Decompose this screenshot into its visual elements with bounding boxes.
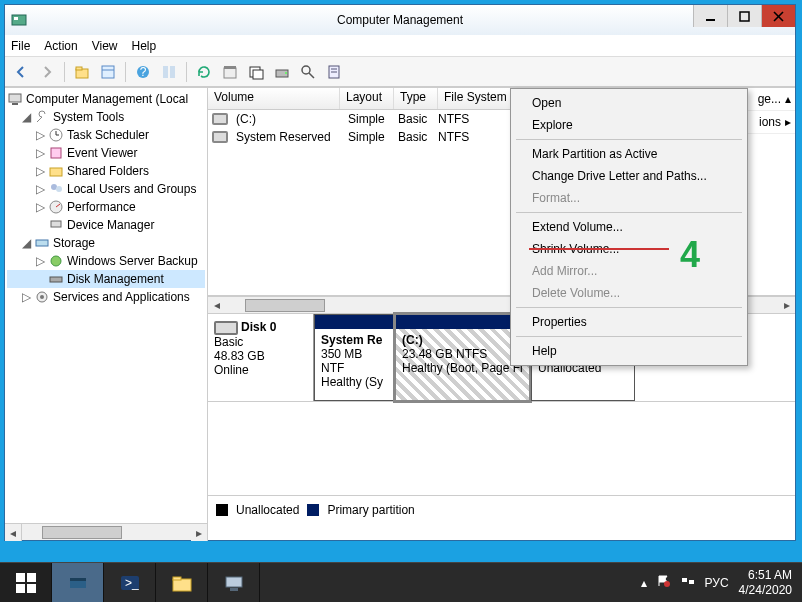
tray-network-icon[interactable] [681, 574, 695, 591]
back-button[interactable] [9, 60, 33, 84]
actions-panel[interactable]: ge...▴ ions▸ [747, 88, 795, 134]
tray-flag-icon[interactable] [657, 574, 671, 591]
expand-icon[interactable]: ▷ [35, 254, 45, 268]
svg-rect-12 [163, 66, 168, 78]
svg-rect-31 [50, 168, 62, 176]
scroll-right-icon[interactable]: ▸ [191, 524, 208, 541]
scroll-left-icon[interactable]: ◂ [208, 297, 225, 314]
tree-system-tools[interactable]: System Tools [53, 110, 124, 124]
ctx-mark-active[interactable]: Mark Partition as Active [514, 143, 744, 165]
clock-icon [48, 127, 64, 143]
expand-icon[interactable]: ▷ [35, 128, 45, 142]
tree-root[interactable]: Computer Management (Local [26, 92, 188, 106]
annotation-underline [529, 248, 669, 250]
tree-scrollbar[interactable]: ◂ ▸ [5, 523, 208, 540]
svg-point-54 [664, 581, 670, 587]
tray-language[interactable]: РУС [705, 576, 729, 590]
menu-view[interactable]: View [92, 39, 118, 53]
tree-ws-backup[interactable]: Windows Server Backup [67, 254, 198, 268]
expand-icon[interactable]: ▷ [35, 200, 45, 214]
toolbar-icon-4[interactable] [270, 60, 294, 84]
taskbar-powershell[interactable]: >_ [104, 563, 156, 602]
menu-file[interactable]: File [11, 39, 30, 53]
ctx-open[interactable]: Open [514, 92, 744, 114]
nav-tree[interactable]: Computer Management (Local ◢System Tools… [5, 88, 208, 523]
col-volume[interactable]: Volume [208, 88, 340, 109]
computer-icon [7, 91, 23, 107]
svg-text:?: ? [140, 65, 147, 79]
tree-task-scheduler[interactable]: Task Scheduler [67, 128, 149, 142]
scrollbar-thumb[interactable] [42, 526, 122, 539]
legend-swatch-unallocated [216, 504, 228, 516]
menu-help[interactable]: Help [132, 39, 157, 53]
taskbar-server-manager[interactable] [52, 563, 104, 602]
folder-icon [48, 163, 64, 179]
svg-rect-17 [253, 70, 263, 79]
system-tray[interactable]: ▴ РУС 6:51 AM 4/24/2020 [631, 563, 802, 602]
svg-rect-3 [740, 12, 749, 21]
ctx-format: Format... [514, 187, 744, 209]
ctx-change-letter[interactable]: Change Drive Letter and Paths... [514, 165, 744, 187]
close-button[interactable] [761, 5, 795, 27]
toolbar-icon-5[interactable] [296, 60, 320, 84]
taskbar-app[interactable] [208, 563, 260, 602]
svg-rect-56 [689, 580, 694, 584]
svg-rect-8 [102, 66, 114, 78]
maximize-button[interactable] [727, 5, 761, 27]
tree-local-users[interactable]: Local Users and Groups [67, 182, 196, 196]
tray-chevron-icon[interactable]: ▴ [641, 576, 647, 590]
toolbar-icon-3[interactable] [244, 60, 268, 84]
tree-performance[interactable]: Performance [67, 200, 136, 214]
scroll-right-icon[interactable]: ▸ [778, 297, 795, 314]
minimize-button[interactable] [693, 5, 727, 27]
svg-rect-42 [16, 573, 25, 582]
refresh-icon[interactable] [192, 60, 216, 84]
forward-button[interactable] [35, 60, 59, 84]
col-fs[interactable]: File System [438, 88, 518, 109]
chevron-up-icon[interactable]: ▴ [785, 92, 791, 106]
properties-icon[interactable] [96, 60, 120, 84]
performance-icon [48, 199, 64, 215]
toolbar-icon[interactable] [157, 60, 181, 84]
taskbar[interactable]: >_ ▴ РУС 6:51 AM 4/24/2020 [0, 562, 802, 602]
menu-action[interactable]: Action [44, 39, 77, 53]
toolbar-icon-2[interactable] [218, 60, 242, 84]
svg-rect-43 [27, 573, 36, 582]
svg-point-20 [302, 66, 310, 74]
ctx-properties[interactable]: Properties [514, 311, 744, 333]
svg-rect-36 [51, 221, 61, 227]
tree-services[interactable]: Services and Applications [53, 290, 190, 304]
col-layout[interactable]: Layout [340, 88, 394, 109]
titlebar[interactable]: Computer Management [5, 5, 795, 35]
disk-info[interactable]: Disk 0 Basic 48.83 GB Online [208, 314, 314, 401]
scroll-left-icon[interactable]: ◂ [5, 524, 22, 541]
expand-icon[interactable]: ▷ [35, 164, 45, 178]
up-icon[interactable] [70, 60, 94, 84]
expand-icon[interactable]: ▷ [35, 182, 45, 196]
taskbar-explorer[interactable] [156, 563, 208, 602]
annotation-step-number: 4 [680, 234, 700, 276]
collapse-icon[interactable]: ◢ [21, 110, 31, 124]
toolbar-icon-6[interactable] [322, 60, 346, 84]
help-icon[interactable]: ? [131, 60, 155, 84]
tree-shared-folders[interactable]: Shared Folders [67, 164, 149, 178]
ctx-extend-volume[interactable]: Extend Volume... [514, 216, 744, 238]
ctx-explore[interactable]: Explore [514, 114, 744, 136]
svg-rect-26 [12, 103, 18, 105]
collapse-icon[interactable]: ◢ [21, 236, 31, 250]
col-type[interactable]: Type [394, 88, 438, 109]
legend: Unallocated Primary partition [208, 495, 795, 523]
tree-event-viewer[interactable]: Event Viewer [67, 146, 137, 160]
tree-storage[interactable]: Storage [53, 236, 95, 250]
chevron-right-icon[interactable]: ▸ [785, 115, 791, 129]
expand-icon[interactable]: ▷ [21, 290, 31, 304]
tree-disk-management[interactable]: Disk Management [67, 272, 164, 286]
tree-device-manager[interactable]: Device Manager [67, 218, 154, 232]
ctx-help[interactable]: Help [514, 340, 744, 362]
scrollbar-thumb[interactable] [245, 299, 325, 312]
start-button[interactable] [0, 563, 52, 602]
tray-clock[interactable]: 6:51 AM 4/24/2020 [739, 568, 792, 597]
window-title: Computer Management [337, 13, 463, 27]
expand-icon[interactable]: ▷ [35, 146, 45, 160]
partition-system-reserved[interactable]: System Re 350 MB NTF Healthy (Sy [314, 314, 394, 401]
